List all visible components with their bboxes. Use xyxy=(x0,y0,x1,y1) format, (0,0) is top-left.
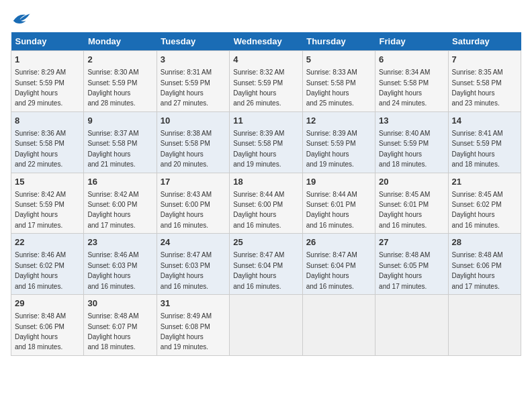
day-number: 28 xyxy=(452,236,517,248)
day-number: 11 xyxy=(233,115,298,127)
day-info: Sunrise: 8:42 AMSunset: 5:59 PMDaylight … xyxy=(15,191,66,229)
day-info: Sunrise: 8:48 AMSunset: 6:06 PMDaylight … xyxy=(15,312,66,351)
calendar-cell xyxy=(302,295,375,356)
day-number: 6 xyxy=(379,54,444,66)
calendar-cell: 26 Sunrise: 8:47 AMSunset: 6:04 PMDaylig… xyxy=(302,234,375,295)
calendar-cell: 19 Sunrise: 8:44 AMSunset: 6:01 PMDaylig… xyxy=(302,173,375,234)
calendar-cell: 16 Sunrise: 8:42 AMSunset: 6:00 PMDaylig… xyxy=(84,173,157,234)
calendar-table: SundayMondayTuesdayWednesdayThursdayFrid… xyxy=(11,32,521,356)
day-info: Sunrise: 8:47 AMSunset: 6:04 PMDaylight … xyxy=(306,251,357,289)
calendar-cell: 28 Sunrise: 8:48 AMSunset: 6:06 PMDaylig… xyxy=(448,234,521,295)
day-number: 10 xyxy=(161,115,226,127)
calendar-cell: 6 Sunrise: 8:34 AMSunset: 5:58 PMDayligh… xyxy=(375,51,448,112)
day-number: 27 xyxy=(379,236,444,248)
calendar-week-row: 22 Sunrise: 8:46 AMSunset: 6:02 PMDaylig… xyxy=(11,234,521,295)
calendar-cell: 8 Sunrise: 8:36 AMSunset: 5:58 PMDayligh… xyxy=(11,111,84,173)
calendar-cell: 5 Sunrise: 8:33 AMSunset: 5:58 PMDayligh… xyxy=(302,51,375,112)
weekday-header: Saturday xyxy=(448,32,521,51)
day-number: 9 xyxy=(87,115,152,127)
calendar-cell: 11 Sunrise: 8:39 AMSunset: 5:58 PMDaylig… xyxy=(230,111,302,173)
weekday-header: Wednesday xyxy=(230,32,302,51)
day-info: Sunrise: 8:36 AMSunset: 5:58 PMDaylight … xyxy=(15,130,66,168)
weekday-header: Friday xyxy=(375,32,448,51)
calendar-cell: 4 Sunrise: 8:32 AMSunset: 5:59 PMDayligh… xyxy=(230,51,302,112)
day-number: 30 xyxy=(87,298,152,310)
day-number: 4 xyxy=(233,54,298,66)
day-info: Sunrise: 8:45 AMSunset: 6:01 PMDaylight … xyxy=(379,191,430,229)
day-info: Sunrise: 8:30 AMSunset: 5:59 PMDaylight … xyxy=(87,68,138,107)
day-number: 12 xyxy=(306,115,371,127)
calendar-week-row: 15 Sunrise: 8:42 AMSunset: 5:59 PMDaylig… xyxy=(11,173,521,234)
day-number: 3 xyxy=(161,54,226,66)
day-info: Sunrise: 8:29 AMSunset: 5:59 PMDaylight … xyxy=(15,68,66,107)
calendar-week-row: 1 Sunrise: 8:29 AMSunset: 5:59 PMDayligh… xyxy=(11,51,521,112)
calendar-cell: 27 Sunrise: 8:48 AMSunset: 6:05 PMDaylig… xyxy=(375,234,448,295)
weekday-header: Monday xyxy=(84,32,157,51)
calendar-body: 1 Sunrise: 8:29 AMSunset: 5:59 PMDayligh… xyxy=(11,51,521,356)
day-number: 7 xyxy=(452,54,517,66)
day-number: 16 xyxy=(87,176,152,188)
day-number: 25 xyxy=(233,236,298,248)
calendar-cell: 21 Sunrise: 8:45 AMSunset: 6:02 PMDaylig… xyxy=(448,173,521,234)
calendar-cell: 24 Sunrise: 8:47 AMSunset: 6:03 PMDaylig… xyxy=(157,234,229,295)
day-info: Sunrise: 8:44 AMSunset: 6:00 PMDaylight … xyxy=(233,191,284,229)
day-info: Sunrise: 8:47 AMSunset: 6:03 PMDaylight … xyxy=(161,251,212,289)
day-info: Sunrise: 8:35 AMSunset: 5:58 PMDaylight … xyxy=(452,68,503,107)
day-info: Sunrise: 8:45 AMSunset: 6:02 PMDaylight … xyxy=(452,191,503,229)
day-info: Sunrise: 8:33 AMSunset: 5:58 PMDaylight … xyxy=(306,68,357,107)
calendar-cell: 30 Sunrise: 8:48 AMSunset: 6:07 PMDaylig… xyxy=(84,295,157,356)
calendar-cell: 17 Sunrise: 8:43 AMSunset: 6:00 PMDaylig… xyxy=(157,173,229,234)
day-number: 23 xyxy=(87,236,152,248)
calendar-cell: 29 Sunrise: 8:48 AMSunset: 6:06 PMDaylig… xyxy=(11,295,84,356)
day-number: 20 xyxy=(379,176,444,188)
logo xyxy=(11,11,34,27)
day-number: 5 xyxy=(306,54,371,66)
day-info: Sunrise: 8:34 AMSunset: 5:58 PMDaylight … xyxy=(379,68,430,107)
calendar-cell xyxy=(375,295,448,356)
day-number: 24 xyxy=(161,236,226,248)
logo-icon xyxy=(11,11,31,27)
day-info: Sunrise: 8:38 AMSunset: 5:58 PMDaylight … xyxy=(161,130,212,168)
day-info: Sunrise: 8:48 AMSunset: 6:05 PMDaylight … xyxy=(379,251,430,289)
calendar-cell: 1 Sunrise: 8:29 AMSunset: 5:59 PMDayligh… xyxy=(11,51,84,112)
day-info: Sunrise: 8:32 AMSunset: 5:59 PMDaylight … xyxy=(233,68,284,107)
day-number: 2 xyxy=(87,54,152,66)
calendar-week-row: 8 Sunrise: 8:36 AMSunset: 5:58 PMDayligh… xyxy=(11,111,521,173)
day-number: 8 xyxy=(15,115,80,127)
day-info: Sunrise: 8:43 AMSunset: 6:00 PMDaylight … xyxy=(161,191,212,229)
day-info: Sunrise: 8:46 AMSunset: 6:02 PMDaylight … xyxy=(15,251,66,289)
day-info: Sunrise: 8:42 AMSunset: 6:00 PMDaylight … xyxy=(87,191,138,229)
weekday-header: Sunday xyxy=(11,32,84,51)
day-number: 15 xyxy=(15,176,80,188)
day-info: Sunrise: 8:46 AMSunset: 6:03 PMDaylight … xyxy=(87,251,138,289)
day-number: 17 xyxy=(161,176,226,188)
calendar-cell: 13 Sunrise: 8:40 AMSunset: 5:59 PMDaylig… xyxy=(375,111,448,173)
day-info: Sunrise: 8:44 AMSunset: 6:01 PMDaylight … xyxy=(306,191,357,229)
calendar-cell: 7 Sunrise: 8:35 AMSunset: 5:58 PMDayligh… xyxy=(448,51,521,112)
calendar-cell xyxy=(230,295,302,356)
page-header xyxy=(11,11,521,27)
calendar-week-row: 29 Sunrise: 8:48 AMSunset: 6:06 PMDaylig… xyxy=(11,295,521,356)
weekday-header: Thursday xyxy=(302,32,375,51)
day-number: 29 xyxy=(15,298,80,310)
day-number: 22 xyxy=(15,236,80,248)
day-info: Sunrise: 8:48 AMSunset: 6:06 PMDaylight … xyxy=(452,251,503,289)
day-info: Sunrise: 8:31 AMSunset: 5:59 PMDaylight … xyxy=(161,68,212,107)
calendar-cell: 23 Sunrise: 8:46 AMSunset: 6:03 PMDaylig… xyxy=(84,234,157,295)
calendar-cell: 18 Sunrise: 8:44 AMSunset: 6:00 PMDaylig… xyxy=(230,173,302,234)
day-number: 21 xyxy=(452,176,517,188)
calendar-cell: 2 Sunrise: 8:30 AMSunset: 5:59 PMDayligh… xyxy=(84,51,157,112)
day-number: 26 xyxy=(306,236,371,248)
day-number: 31 xyxy=(161,298,226,310)
calendar-cell: 14 Sunrise: 8:41 AMSunset: 5:59 PMDaylig… xyxy=(448,111,521,173)
calendar-header: SundayMondayTuesdayWednesdayThursdayFrid… xyxy=(11,32,521,51)
day-number: 14 xyxy=(452,115,517,127)
day-number: 18 xyxy=(233,176,298,188)
weekday-header: Tuesday xyxy=(157,32,229,51)
calendar-cell: 3 Sunrise: 8:31 AMSunset: 5:59 PMDayligh… xyxy=(157,51,229,112)
day-number: 1 xyxy=(15,54,80,66)
day-info: Sunrise: 8:48 AMSunset: 6:07 PMDaylight … xyxy=(87,312,138,351)
day-info: Sunrise: 8:47 AMSunset: 6:04 PMDaylight … xyxy=(233,251,284,289)
day-info: Sunrise: 8:39 AMSunset: 5:58 PMDaylight … xyxy=(233,130,284,168)
day-info: Sunrise: 8:37 AMSunset: 5:58 PMDaylight … xyxy=(87,130,138,168)
